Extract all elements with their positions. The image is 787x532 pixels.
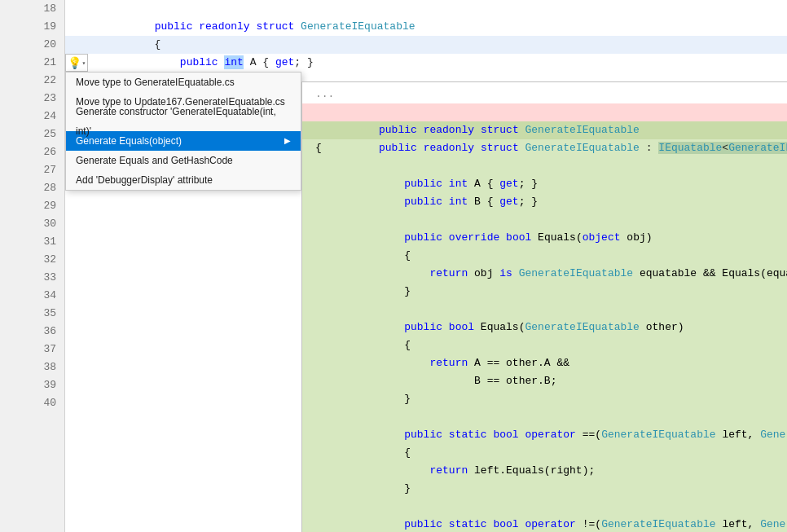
menu-item-move-type[interactable]: Move type to GenerateIEquatable.cs <box>66 73 301 92</box>
line-number: 33 <box>0 269 64 287</box>
dropdown-arrow-icon: ▾ <box>82 59 86 67</box>
code-line-18: public readonly struct GenerateIEquatabl… <box>65 0 787 18</box>
menu-item-label: Generate Equals(object) <box>76 131 182 151</box>
menu-item-label: Generate Equals and GetHashCode <box>76 151 233 170</box>
menu-item-label: Move type to GenerateIEquatable.cs <box>76 73 235 92</box>
line-number: 18 <box>0 0 64 18</box>
diff-line-bool-equals: public bool Equals(GenerateIEquatable ot… <box>302 301 787 319</box>
submenu-arrow-icon: ▶ <box>284 131 291 151</box>
line-number: 22 <box>0 72 64 90</box>
line-number: 21 <box>0 54 64 72</box>
code-line-20: public int A { get; } <box>65 36 787 54</box>
line-number: 26 <box>0 143 64 161</box>
line-number: 20 <box>0 36 64 54</box>
menu-item-label: Add 'DebuggerDisplay' attribute <box>76 170 213 190</box>
line-number: 32 <box>0 251 64 269</box>
diff-line-prop-a: public int A { get; } <box>302 157 787 175</box>
diff-preview-panel: ... public readonly struct GenerateIEqua… <box>301 81 787 532</box>
line-number: 31 <box>0 233 64 251</box>
line-number: 27 <box>0 161 64 179</box>
line-number: 24 <box>0 108 64 125</box>
line-number: 28 <box>0 179 64 197</box>
diff-line-op-eq: public static bool operator ==(GenerateI… <box>302 408 787 426</box>
diff-line-override-equals: public override bool Equals(object obj) <box>302 211 787 229</box>
menu-item-generate-equals-hashcode[interactable]: Generate Equals and GetHashCode <box>66 151 301 170</box>
lightbulb-area: 💡 ▾ Move type to GenerateIEquatable.cs M… <box>65 54 88 72</box>
line-number: 25 <box>0 125 64 143</box>
line-number: 30 <box>0 215 64 233</box>
line-number: 39 <box>0 376 64 394</box>
menu-item-add-debugger[interactable]: Add 'DebuggerDisplay' attribute <box>66 170 301 190</box>
line-number: 34 <box>0 287 64 305</box>
diff-line-ellipsis-top: ... <box>302 86 787 103</box>
diff-line-removed: public readonly struct GenerateIEquatabl… <box>302 103 787 121</box>
context-menu: Move type to GenerateIEquatable.cs Move … <box>65 72 301 191</box>
line-number: 37 <box>0 341 64 358</box>
line-number: 36 <box>0 323 64 341</box>
line-number: 29 <box>0 197 64 215</box>
lightbulb-button[interactable]: 💡 ▾ <box>65 54 88 72</box>
diff-line-op-neq: public static bool operator !=(GenerateI… <box>302 498 787 516</box>
line-number: 38 <box>0 358 64 376</box>
line-number: 23 <box>0 90 64 108</box>
menu-item-generate-constructor[interactable]: Generate constructor 'GenerateIEquatable… <box>66 112 301 131</box>
line-number: 40 <box>0 394 64 412</box>
line-number-gutter: 18 19 20 21 22 23 24 25 26 27 28 29 30 3… <box>0 0 65 532</box>
editor-container: 18 19 20 21 22 23 24 25 26 27 28 29 30 3… <box>0 0 787 532</box>
line-number: 19 <box>0 18 64 36</box>
code-editor[interactable]: public readonly struct GenerateIEquatabl… <box>65 0 787 532</box>
diff-content: ... public readonly struct GenerateIEqua… <box>302 82 787 532</box>
line-number: 35 <box>0 305 64 323</box>
lightbulb-icon: 💡 <box>68 56 81 70</box>
